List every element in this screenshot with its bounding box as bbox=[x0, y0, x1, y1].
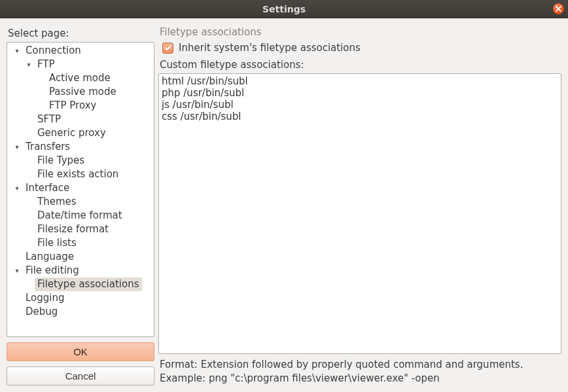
ok-button[interactable]: OK bbox=[7, 342, 154, 361]
inherit-checkbox[interactable] bbox=[162, 43, 173, 54]
expander-spacer bbox=[24, 280, 33, 289]
tree-item[interactable]: Language bbox=[7, 250, 154, 264]
tree-item-label: Interface bbox=[23, 181, 72, 195]
tree-item[interactable]: ▾Interface bbox=[7, 181, 154, 195]
tree-item-label: Passive mode bbox=[46, 85, 119, 99]
tree-item[interactable]: ▾Connection bbox=[7, 44, 154, 58]
format-hint: Format: Extension followed by properly q… bbox=[160, 359, 561, 370]
tree-item[interactable]: ▾File editing bbox=[7, 264, 154, 277]
tree-item[interactable]: File Types bbox=[7, 154, 154, 168]
expander-spacer bbox=[24, 129, 33, 138]
tree-item-label: File lists bbox=[35, 236, 79, 250]
expander-open-icon[interactable]: ▾ bbox=[12, 46, 22, 56]
tree-item-label: FTP Proxy bbox=[46, 99, 99, 113]
tree-item-label: Debug bbox=[23, 305, 60, 319]
expander-spacer bbox=[24, 115, 33, 124]
tree-item-label: Generic proxy bbox=[35, 126, 109, 140]
tree-item-label: Filetype associations bbox=[35, 277, 142, 291]
example-hint: Example: png "c:\program files\viewer\vi… bbox=[160, 372, 561, 384]
tree-item-label: FTP bbox=[35, 58, 58, 71]
tree-item[interactable]: Date/time format bbox=[7, 209, 154, 223]
expander-spacer bbox=[24, 211, 33, 221]
tree-item-label: SFTP bbox=[35, 113, 63, 126]
tree-item-label: Connection bbox=[23, 44, 84, 58]
tree-item-label: File editing bbox=[23, 264, 82, 277]
tree-item[interactable]: File exists action bbox=[7, 168, 154, 181]
tree-item-label: Language bbox=[23, 250, 77, 264]
tree-item[interactable]: FTP Proxy bbox=[7, 99, 154, 113]
expander-open-icon[interactable]: ▾ bbox=[12, 266, 22, 276]
close-button[interactable] bbox=[552, 3, 565, 15]
cancel-button[interactable]: Cancel bbox=[7, 366, 154, 385]
close-icon bbox=[556, 6, 561, 12]
expander-spacer bbox=[12, 308, 22, 317]
expander-open-icon[interactable]: ▾ bbox=[12, 143, 22, 152]
left-pane: Select page: ▾Connection▾FTPActive modeP… bbox=[7, 25, 154, 385]
tree-item-label: Logging bbox=[23, 291, 67, 305]
page-tree[interactable]: ▾Connection▾FTPActive modePassive modeFT… bbox=[7, 42, 154, 337]
tree-item[interactable]: Filesize format bbox=[7, 223, 154, 236]
tree-item[interactable]: Generic proxy bbox=[7, 126, 154, 140]
inherit-checkbox-label: Inherit system's filetype associations bbox=[179, 42, 361, 54]
expander-open-icon[interactable]: ▾ bbox=[12, 184, 22, 193]
tree-item[interactable]: Themes bbox=[7, 195, 154, 209]
expander-spacer bbox=[24, 156, 33, 166]
check-icon bbox=[164, 44, 172, 52]
tree-item-label: Date/time format bbox=[35, 209, 125, 223]
expander-spacer bbox=[24, 170, 33, 179]
inherit-checkbox-row[interactable]: Inherit system's filetype associations bbox=[162, 42, 561, 54]
content: Select page: ▾Connection▾FTPActive modeP… bbox=[0, 18, 568, 392]
custom-associations-textarea[interactable] bbox=[158, 73, 561, 354]
tree-item-label: Transfers bbox=[23, 140, 73, 154]
tree-item-label: Active mode bbox=[46, 71, 113, 85]
expander-spacer bbox=[24, 239, 33, 248]
tree-item[interactable]: ▾FTP bbox=[7, 58, 154, 71]
titlebar: Settings bbox=[0, 0, 568, 18]
select-page-label: Select page: bbox=[8, 27, 154, 39]
expander-spacer bbox=[36, 101, 45, 111]
expander-spacer bbox=[12, 294, 22, 303]
expander-open-icon[interactable]: ▾ bbox=[24, 60, 33, 69]
tree-item-label: File exists action bbox=[35, 168, 121, 181]
right-pane: Filetype associations Inherit system's f… bbox=[158, 25, 561, 385]
custom-associations-label: Custom filetype associations: bbox=[160, 59, 561, 71]
tree-item[interactable]: SFTP bbox=[7, 113, 154, 126]
tree-item[interactable]: ▾Transfers bbox=[7, 140, 154, 154]
expander-spacer bbox=[12, 253, 22, 262]
tree-item[interactable]: Filetype associations bbox=[7, 277, 154, 291]
footer-buttons: OK Cancel bbox=[7, 342, 154, 385]
tree-item-label: File Types bbox=[35, 154, 87, 168]
tree-item[interactable]: Active mode bbox=[7, 71, 154, 85]
window-title: Settings bbox=[0, 4, 568, 14]
custom-associations-wrap bbox=[158, 73, 561, 354]
expander-spacer bbox=[36, 74, 45, 83]
expander-spacer bbox=[24, 198, 33, 207]
tree-item-label: Themes bbox=[35, 195, 79, 209]
page-heading: Filetype associations bbox=[160, 26, 561, 38]
tree-item[interactable]: File lists bbox=[7, 236, 154, 250]
tree-item-label: Filesize format bbox=[35, 223, 111, 236]
tree-item[interactable]: Logging bbox=[7, 291, 154, 305]
expander-spacer bbox=[24, 225, 33, 234]
expander-spacer bbox=[36, 88, 45, 97]
tree-item[interactable]: Debug bbox=[7, 305, 154, 319]
tree-item[interactable]: Passive mode bbox=[7, 85, 154, 99]
